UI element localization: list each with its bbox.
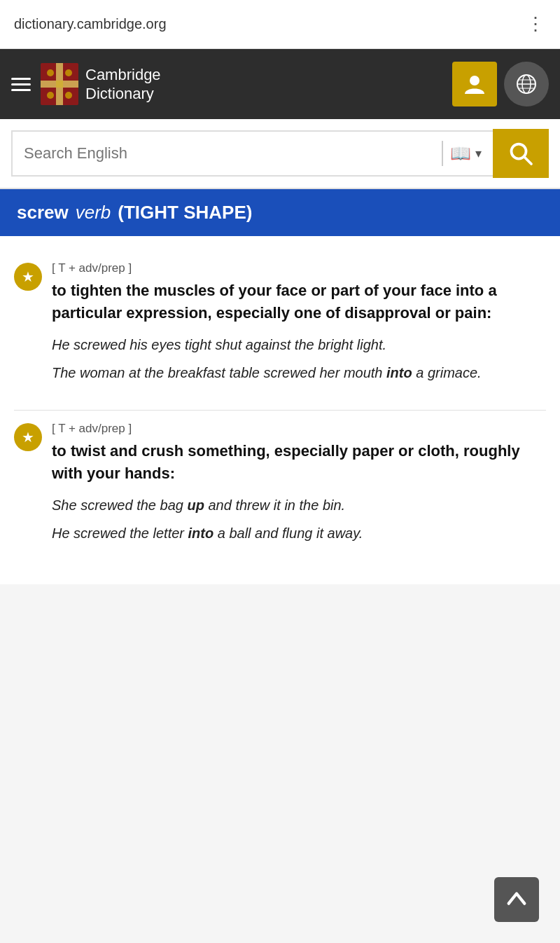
def-body-1: [ T + adv/prep ] to tighten the muscles … [52, 261, 546, 390]
example-2-2: He screwed the letter into a ball and fl… [52, 523, 546, 544]
cambridge-crest-icon [41, 63, 78, 105]
search-input-wrapper: 📖 ▾ [11, 130, 493, 177]
user-account-button[interactable] [452, 62, 497, 106]
main-content: ★ [ T + adv/prep ] to tighten the muscle… [0, 236, 560, 584]
svg-rect-4 [41, 81, 78, 88]
star-symbol-2: ★ [22, 429, 34, 446]
language-selector-button[interactable] [504, 62, 549, 106]
word-sense-label: (TIGHT SHAPE) [118, 202, 252, 223]
example-1-1: He screwed his eyes tight shut against t… [52, 334, 546, 355]
browser-menu-icon[interactable]: ⋮ [526, 13, 546, 35]
svg-point-8 [65, 92, 72, 99]
example-2-1: She screwed the bag up and threw it in t… [52, 495, 546, 516]
svg-point-5 [47, 69, 54, 76]
site-title-line2: Dictionary [85, 84, 161, 104]
svg-point-7 [47, 92, 54, 99]
hamburger-button[interactable] [11, 78, 31, 91]
user-icon [463, 73, 486, 95]
definition-text-2: to twist and crush something, especially… [52, 440, 546, 485]
header-left: Cambridge Dictionary [11, 63, 161, 105]
definition-entry-2: ★ [ T + adv/prep ] to twist and crush so… [14, 411, 546, 551]
book-icon: 📖 [450, 144, 471, 163]
star-icon-2: ★ [14, 423, 42, 451]
svg-point-9 [470, 76, 479, 85]
site-title-line1: Cambridge [85, 65, 161, 85]
svg-point-6 [65, 69, 72, 76]
grammar-label-2: [ T + adv/prep ] [52, 422, 546, 436]
definition-text-1: to tighten the muscles of your face or p… [52, 280, 546, 324]
logo-area: Cambridge Dictionary [41, 63, 161, 105]
browser-url: dictionary.cambridge.org [14, 16, 167, 32]
star-symbol: ★ [22, 268, 34, 285]
word-header-content: screw verb (TIGHT SHAPE) [17, 202, 543, 223]
search-divider [442, 141, 443, 166]
language-dropdown[interactable]: 📖 ▾ [450, 144, 482, 163]
svg-line-16 [524, 157, 531, 164]
globe-icon [515, 73, 538, 95]
search-icon [508, 141, 533, 166]
search-input[interactable] [24, 144, 435, 163]
browser-bar: dictionary.cambridge.org ⋮ [0, 0, 560, 49]
search-button[interactable] [493, 129, 549, 178]
scroll-to-top-button[interactable] [494, 877, 539, 922]
site-header: Cambridge Dictionary [0, 49, 560, 119]
header-right [452, 62, 549, 106]
search-section: 📖 ▾ [0, 119, 560, 189]
site-title: Cambridge Dictionary [85, 65, 161, 104]
word-header-bar: screw verb (TIGHT SHAPE) [0, 189, 560, 236]
grammar-label-1: [ T + adv/prep ] [52, 261, 546, 275]
example-1-2: The woman at the breakfast table screwed… [52, 362, 546, 383]
star-icon-1: ★ [14, 263, 42, 291]
word-pos: verb [76, 202, 111, 223]
def-body-2: [ T + adv/prep ] to twist and crush some… [52, 422, 546, 551]
chevron-down-icon: ▾ [475, 146, 482, 161]
definition-entry-1: ★ [ T + adv/prep ] to tighten the muscle… [14, 250, 546, 390]
word-headword: screw [17, 202, 69, 223]
arrow-up-icon [505, 888, 528, 911]
